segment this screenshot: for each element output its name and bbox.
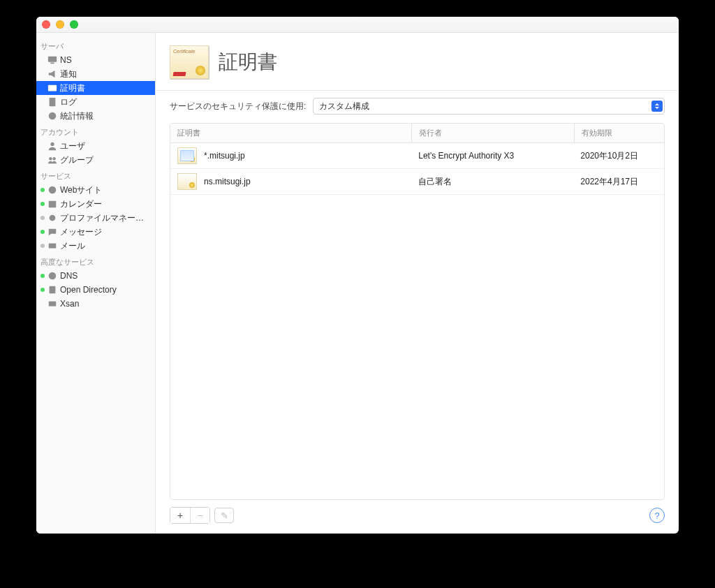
minimize-window-button[interactable] — [56, 20, 64, 29]
sidebar-section-services: サービス — [36, 167, 155, 183]
svg-point-10 — [50, 215, 56, 221]
status-dot-icon — [40, 202, 45, 206]
svg-rect-2 — [48, 85, 57, 91]
gear-icon — [47, 213, 57, 223]
sidebar-item-messages[interactable]: メッセージ — [36, 225, 155, 239]
sidebar-item-label: ログ — [60, 96, 77, 108]
sidebar-item-label: Webサイト — [60, 184, 102, 196]
remove-button[interactable]: − — [190, 508, 209, 523]
zoom-window-button[interactable] — [70, 20, 78, 29]
sidebar-item-label: 証明書 — [60, 82, 85, 94]
megaphone-icon — [47, 69, 57, 79]
sidebar-item-certificates[interactable]: 証明書 — [36, 81, 155, 95]
svg-point-5 — [50, 142, 54, 146]
globe-icon — [47, 185, 57, 195]
sidebar-item-label: ユーザ — [60, 140, 85, 152]
sidebar-item-xsan[interactable]: Xsan — [36, 297, 155, 311]
sidebar-item-label: カレンダー — [60, 198, 102, 210]
sidebar-item-open-directory[interactable]: Open Directory — [36, 283, 155, 297]
status-dot-icon — [40, 288, 45, 292]
status-dot-icon — [40, 274, 45, 278]
svg-rect-0 — [48, 57, 57, 62]
sidebar-item-label: Xsan — [60, 299, 79, 309]
sidebar-item-logs[interactable]: ログ — [36, 95, 155, 109]
cert-name: ns.mitsugi.jp — [204, 177, 251, 186]
sidebar-item-stats[interactable]: 統計情報 — [36, 109, 155, 123]
svg-rect-13 — [50, 286, 56, 294]
edit-button[interactable]: ✎ — [214, 508, 234, 523]
sidebar-item-mail[interactable]: メール — [36, 239, 155, 253]
sidebar-item-calendar[interactable]: カレンダー — [36, 197, 155, 211]
titlebar — [36, 17, 679, 32]
add-remove-segmented: + − — [170, 507, 210, 524]
pencil-icon: ✎ — [221, 510, 228, 521]
chevron-up-down-icon — [651, 101, 663, 112]
cert-expire: 2022年4月17日 — [573, 172, 664, 192]
server-app-window: サーバ NS 通知 証明書 ログ 統計情報 アカウント — [36, 17, 679, 534]
cert-issuer: 自己署名 — [411, 172, 573, 192]
status-dot-icon — [40, 230, 45, 234]
column-header-name[interactable]: 証明書 — [170, 124, 412, 142]
certificates-table: 証明書 発行者 有効期限 *.mitsugi.jpLet's Encrypt A… — [170, 123, 665, 500]
sidebar-item-profile-manager[interactable]: プロファイルマネージャ — [36, 211, 155, 225]
table-row[interactable]: *.mitsugi.jpLet's Encrypt Authority X320… — [170, 143, 664, 169]
sidebar-item-label: DNS — [60, 271, 78, 281]
table-row[interactable]: ns.mitsugi.jp自己署名2022年4月17日 — [170, 169, 664, 195]
svg-point-6 — [49, 157, 52, 160]
svg-rect-3 — [50, 98, 56, 106]
sidebar-item-notifications[interactable]: 通知 — [36, 67, 155, 81]
display-icon — [47, 55, 57, 65]
calendar-icon — [47, 199, 57, 209]
sidebar-section-account: アカウント — [36, 123, 155, 139]
main-panel: 証明書 サービスのセキュリティ保護に使用: カスタム構成 証明書 発行者 有効期… — [156, 33, 679, 534]
sidebar-item-websites[interactable]: Webサイト — [36, 183, 155, 197]
question-icon: ? — [654, 510, 659, 521]
page-title: 証明書 — [219, 49, 277, 75]
sidebar-item-label: 通知 — [60, 68, 77, 80]
sidebar: サーバ NS 通知 証明書 ログ 統計情報 アカウント — [36, 33, 156, 534]
sidebar-item-dns[interactable]: DNS — [36, 269, 155, 283]
table-toolbar: + − ✎ ? — [156, 500, 679, 534]
user-icon — [47, 141, 57, 151]
cert-expire: 2020年10月2日 — [573, 146, 664, 166]
help-button[interactable]: ? — [649, 508, 665, 523]
sidebar-item-label: メール — [60, 240, 85, 252]
page-header: 証明書 — [156, 33, 679, 91]
add-button[interactable]: + — [170, 508, 190, 523]
svg-rect-1 — [50, 63, 54, 64]
status-dot-icon — [40, 216, 45, 220]
svg-point-8 — [49, 186, 57, 194]
log-icon — [47, 97, 57, 107]
filter-row: サービスのセキュリティ保護に使用: カスタム構成 — [156, 91, 679, 123]
certificate-icon — [177, 173, 197, 190]
group-icon — [47, 155, 57, 165]
column-header-issuer[interactable]: 発行者 — [412, 124, 575, 142]
sidebar-item-label: 統計情報 — [60, 110, 94, 122]
certificate-icon — [177, 147, 197, 164]
sidebar-item-users[interactable]: ユーザ — [36, 139, 155, 153]
svg-point-12 — [49, 272, 57, 280]
cert-name: *.mitsugi.jp — [204, 151, 245, 161]
table-body: *.mitsugi.jpLet's Encrypt Authority X320… — [170, 143, 664, 499]
close-window-button[interactable] — [42, 20, 50, 29]
sidebar-section-server: サーバ — [36, 37, 155, 53]
directory-icon — [47, 285, 57, 295]
svg-point-7 — [52, 157, 55, 160]
sidebar-item-label: NS — [60, 55, 72, 65]
sidebar-section-advanced: 高度なサービス — [36, 253, 155, 269]
svg-rect-9 — [49, 201, 57, 208]
svg-rect-11 — [49, 244, 57, 249]
sidebar-item-label: メッセージ — [60, 226, 102, 238]
sidebar-item-label: グループ — [60, 154, 94, 166]
sidebar-item-groups[interactable]: グループ — [36, 153, 155, 167]
sidebar-item-label: Open Directory — [60, 285, 117, 295]
column-header-expire[interactable]: 有効期限 — [575, 124, 665, 142]
filter-select-value: カスタム構成 — [319, 101, 651, 112]
sidebar-item-ns[interactable]: NS — [36, 53, 155, 67]
dns-icon — [47, 271, 57, 281]
sidebar-item-label: プロファイルマネージャ — [60, 212, 151, 224]
status-dot-icon — [40, 188, 45, 192]
filter-select[interactable]: カスタム構成 — [313, 98, 665, 115]
mail-icon — [47, 241, 57, 251]
filter-label: サービスのセキュリティ保護に使用: — [170, 101, 306, 112]
